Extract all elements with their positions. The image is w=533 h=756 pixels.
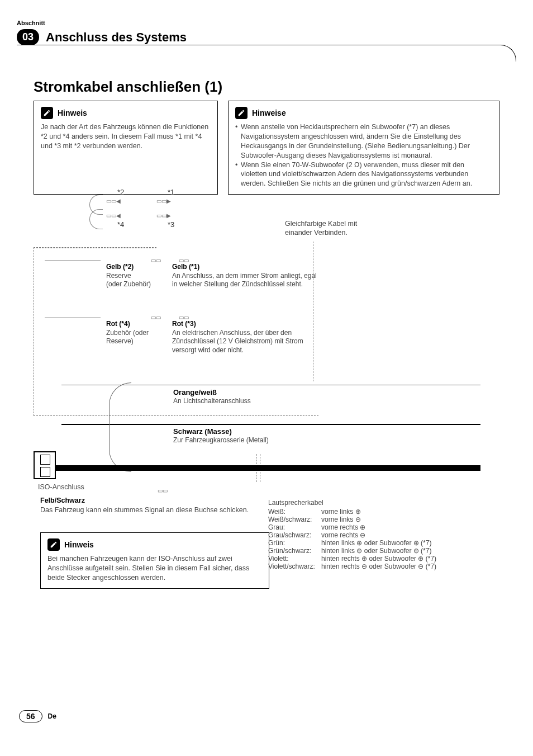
wiring-diagram: *2 *1 ▭▭◀ ▭▭▶ *4 *3 ▭▭◀ ▭▭▶ Gleichfarbig… [34, 208, 499, 655]
sp-d: hinten links ⊖ oder Subwoofer ⊖ (*7) [321, 547, 431, 555]
pencil-icon [41, 107, 53, 119]
sp-d: hinten links ⊕ oder Subwoofer ⊕ (*7) [321, 539, 431, 547]
gelb2-l2: (oder Zubehör) [106, 280, 151, 288]
sp-c: Grau/schwarz: [268, 531, 321, 539]
dashed-region [34, 247, 156, 248]
note3-body: Bei manchen Fahrzeugen kann der ISO-Ansc… [47, 554, 262, 583]
section-title: Anschluss des Systems [46, 30, 187, 45]
iso-label: ISO-Anschluss [38, 483, 84, 491]
note1-body: Je nach der Art des Fahrzeugs können die… [41, 122, 211, 151]
gelb1-title: Gelb (*1) [172, 263, 199, 271]
section-header: 03 Anschluss des Systems [17, 29, 516, 45]
sp-c: Grün/schwarz: [268, 547, 321, 555]
gelb-schwarz-block: Felb/Schwarz Das Fahrzeug kann ein stumm… [40, 497, 253, 514]
sp-c: Weiß: [268, 508, 321, 516]
match-color-label: Gleichfarbige Kabel mit einander Verbind… [285, 219, 380, 238]
speaker-wire-table: Lautsprecherkabel Weiß:vorne links ⊕ Wei… [268, 499, 436, 570]
note1-title: Hinweis [58, 108, 87, 117]
connector-icon: ▭▭◀ [106, 198, 121, 204]
sp-d: vorne links ⊕ [321, 508, 361, 516]
note3-title: Hinweis [64, 540, 94, 549]
connector-icon: ▭▭ [151, 257, 161, 263]
rot3-title: Rot (*3) [172, 320, 196, 328]
ref-2: *2 [117, 188, 124, 196]
connector-icon: ▭▭ [151, 314, 161, 320]
note2-title: Hinweise [252, 108, 286, 117]
section-label: Abschnitt [17, 20, 45, 26]
note2-list: •Wenn anstelle von Hecklautsprechern ein… [235, 122, 492, 188]
sp-c: Violett: [268, 555, 321, 563]
sp-d: hinten rechts ⊕ oder Subwoofer ⊕ (*7) [321, 555, 436, 563]
wire-rot: ▭▭ ▭▭ Rot (*4) Zubehör (oder Reserve) Ro… [106, 320, 324, 355]
gelb1-l1: An Anschluss, an dem immer Strom anliegt… [172, 272, 317, 289]
rot3-l1: An elektrischen Anschluss, der über den … [172, 329, 303, 354]
header-rule [17, 45, 516, 62]
sp-d: vorne rechts ⊕ [321, 523, 365, 531]
gelb2-l1: Reserve [106, 272, 131, 280]
rot4-l1: Zubehör (oder Reserve) [106, 329, 149, 346]
ref-3: *3 [168, 220, 174, 229]
connector-icon: ▭▭▶ [156, 198, 171, 204]
pencil-icon [47, 538, 60, 551]
main-title: Stromkabel anschließen (1) [34, 78, 222, 96]
note-box-1: Hinweis Je nach der Art des Fahrzeugs kö… [34, 101, 218, 195]
note2-item-0: Wenn anstelle von Hecklautsprechern ein … [241, 122, 492, 160]
ref-1: *1 [168, 188, 174, 196]
sp-c: Grün: [268, 539, 321, 547]
sp-c: Violett/schwarz: [268, 563, 321, 570]
gelb-schwarz-body: Das Fahrzeug kann ein stummes Signal an … [40, 505, 253, 514]
schwarz-title: Schwarz (Masse) [173, 427, 232, 436]
sp-c: Grau: [268, 523, 321, 531]
speaker-header: Lautsprecherkabel [268, 499, 436, 507]
connector-icon: ▭▭ [179, 257, 189, 263]
language-code: De [48, 712, 56, 720]
schwarz-l1: Zur Fahrzeugkarosserie (Metall) [173, 436, 269, 444]
page-content: Hinweis Je nach der Art des Fahrzeugs kö… [34, 101, 499, 655]
wire-curve-icon [89, 209, 103, 229]
page-footer: 56 De [19, 710, 56, 722]
top-notes-row: Hinweis Je nach der Art des Fahrzeugs kö… [34, 101, 499, 195]
sp-d: vorne links ⊖ [321, 516, 361, 523]
rot4-title: Rot (*4) [106, 320, 130, 328]
speaker-cable-bundle [50, 465, 480, 471]
note-box-2: Hinweise •Wenn anstelle von Hecklautspre… [228, 101, 499, 195]
note-box-3: Hinweis Bei manchen Fahrzeugen kann der … [40, 532, 269, 589]
gelb-schwarz-title: Felb/Schwarz [40, 497, 253, 504]
wire-schwarz: Schwarz (Masse) Zur Fahrzeugkarosserie (… [173, 427, 397, 444]
sp-c: Weiß/schwarz: [268, 516, 321, 523]
iso-connector-icon [34, 451, 56, 479]
page-number: 56 [19, 710, 42, 722]
sp-d: hinten rechts ⊖ oder Subwoofer ⊖ (*7) [321, 563, 436, 570]
wire-gelb: ▭▭ ▭▭ Gelb (*2) Reserve (oder Zubehör) G… [106, 263, 318, 289]
ref-4: *4 [117, 220, 124, 229]
pencil-icon [235, 107, 248, 119]
sp-d: vorne rechts ⊖ [321, 531, 365, 539]
connector-icon: ▭▭▶ [156, 212, 171, 219]
connector-icon: ▭▭◀ [106, 212, 121, 219]
gelb2-title: Gelb (*2) [106, 263, 134, 271]
orange-title: Orange/weiß [173, 388, 217, 396]
section-number-badge: 03 [17, 29, 39, 45]
orange-l1: An Lichtschalteranschluss [173, 397, 251, 405]
connector-icon: ▭▭ [179, 314, 189, 320]
connector-icon: ▭▭ [158, 488, 168, 494]
wire-orange: Orange/weiß An Lichtschalteranschluss [173, 388, 397, 405]
wire-bundle-icon [109, 382, 131, 472]
note2-item-1: Wenn Sie einen 70-W-Subwoofer (2 Ω) verw… [241, 160, 492, 189]
